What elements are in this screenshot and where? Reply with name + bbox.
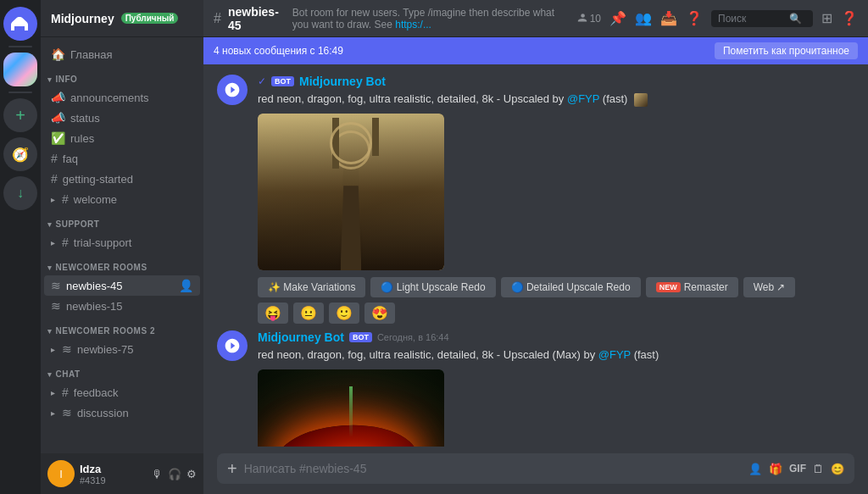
user-count-icon: 👤 [179, 279, 193, 292]
channel-announcements[interactable]: 📣 announcements [44, 87, 200, 108]
message-author-2: Midjourney Bot [258, 330, 344, 344]
reaction-3[interactable]: 🙂 [329, 303, 359, 324]
mark-read-button[interactable]: Пометить как прочитанное [715, 42, 858, 59]
mention-1: @FYP [567, 92, 599, 105]
section-support[interactable]: ▾ SUPPORT [41, 209, 203, 232]
notification-text: 4 новых сообщения с 16:49 [214, 45, 343, 57]
header-actions: 10 📌 👥 📥 ❓ 🔍 ⊞ ❓ [576, 10, 858, 27]
message-group-2: Midjourney Bot BOT Сегодня, в 16:44 red … [217, 330, 854, 447]
headset-icon[interactable]: 🎧 [168, 468, 181, 480]
main-content: # newbies-45 Bot room for new users. Typ… [203, 0, 868, 494]
reaction-2[interactable]: 😐 [293, 303, 324, 324]
hash-icon-3: # [62, 192, 69, 206]
user-avatar: I [47, 460, 75, 487]
section-newcomer-rooms[interactable]: ▾ NEWCOMER ROOMS [41, 253, 203, 275]
channel-rules[interactable]: ✅ rules [44, 128, 200, 148]
window-icon[interactable]: ⊞ [821, 10, 832, 26]
emoji-icon[interactable]: 😊 [831, 463, 844, 475]
settings-icon[interactable]: ⚙ [186, 468, 197, 480]
channel-label: newbies-15 [66, 300, 123, 313]
channel-hash-icon: # [214, 11, 221, 26]
hash-icon-8: # [62, 386, 69, 399]
hash-icon-9: ≋ [62, 406, 72, 419]
help2-icon[interactable]: ❓ [841, 10, 858, 26]
server-divider [8, 46, 32, 47]
web-button[interactable]: Web ↗ [743, 277, 796, 297]
light-upscale-button[interactable]: 🔵 Light Upscale Redo [370, 277, 495, 297]
message-content-2: Midjourney Bot BOT Сегодня, в 16:44 red … [258, 330, 854, 447]
channel-faq[interactable]: # faq [44, 148, 200, 169]
user-panel: I Idza #4319 🎙 🎧 ⚙ [41, 453, 203, 494]
section-label-3: NEWCOMER ROOMS [56, 263, 147, 272]
message-avatar-2 [217, 330, 248, 361]
mic-icon[interactable]: 🎙 [152, 468, 163, 480]
channel-label: trial-support [74, 236, 132, 249]
person-icon[interactable]: 👤 [748, 463, 762, 475]
server-name: Midjourney [51, 12, 114, 25]
help-icon[interactable]: ❓ [686, 10, 703, 26]
channel-label: discussion [77, 407, 129, 419]
make-variations-button[interactable]: ✨ Make Variations [258, 277, 365, 297]
section-info[interactable]: ▾ INFO [41, 64, 203, 87]
search-input[interactable] [718, 13, 786, 25]
section-arrow: ▾ [47, 75, 53, 84]
avatar-text: I [59, 468, 63, 480]
gift-icon[interactable]: 🎁 [769, 463, 782, 475]
dragon-image [258, 369, 444, 447]
bot-badge-2: BOT [349, 332, 372, 342]
gif-icon[interactable]: GIF [789, 463, 806, 475]
channel-newbies-45[interactable]: ≋ newbies-45 👤 [44, 275, 200, 296]
hash-icon: # [51, 152, 58, 165]
hash-icon-4: # [62, 236, 69, 249]
section-newcomer-rooms-2[interactable]: ▾ NEWCOMER ROOMS 2 [41, 316, 203, 339]
message-content-1: ✓ BOT Midjourney Bot red neon, dragon, f… [258, 75, 854, 324]
sticker-icon[interactable]: 🗒 [813, 463, 824, 475]
remaster-button[interactable]: NEW Remaster [646, 277, 738, 297]
reaction-1[interactable]: 😝 [258, 303, 288, 324]
thumb-icon [634, 93, 648, 107]
channel-welcome[interactable]: ▸ # welcome [44, 189, 200, 209]
server-icon-home[interactable] [3, 7, 37, 41]
channel-label: status [70, 112, 100, 125]
channel-newbies-75[interactable]: ▸ ≋ newbies-75 [44, 339, 200, 359]
channel-discussion[interactable]: ▸ ≋ discussion [44, 402, 200, 423]
channel-list: 🏠 Главная ▾ INFO 📣 announcements 📣 statu… [41, 37, 203, 453]
pin-icon[interactable]: 📌 [609, 10, 626, 26]
add-server-button[interactable]: + [3, 98, 37, 132]
megaphone-icon: 📣 [51, 91, 65, 104]
megaphone-icon-2: 📣 [51, 111, 65, 125]
message-input[interactable] [244, 453, 742, 484]
channel-header-link[interactable]: https:/... [395, 19, 431, 31]
channel-item-home[interactable]: 🏠 Главная [44, 44, 200, 64]
hash-icon-2: # [51, 172, 58, 186]
channel-header-desc: Bot room for new users. Type /imagine th… [292, 7, 570, 31]
channel-label: welcome [74, 193, 117, 206]
search-box[interactable]: 🔍 [711, 10, 813, 27]
server-divider-2 [8, 92, 32, 93]
message-input-box: + 👤 🎁 GIF 🗒 😊 [217, 453, 854, 484]
notification-bar: 4 новых сообщения с 16:49 Пометить как п… [203, 37, 868, 64]
add-attachment-icon[interactable]: + [227, 459, 237, 479]
message-header-2: Midjourney Bot BOT Сегодня, в 16:44 [258, 330, 854, 344]
channel-newbies-15[interactable]: ≋ newbies-15 [44, 296, 200, 316]
channel-status[interactable]: 📣 status [44, 108, 200, 128]
explore-button[interactable]: 🧭 [3, 137, 37, 171]
search-icon: 🔍 [789, 13, 802, 25]
server-icon-midjourney[interactable] [3, 53, 37, 86]
server-header[interactable]: Midjourney Публичный [41, 0, 203, 37]
castle-image-container [258, 114, 444, 270]
detailed-upscale-button[interactable]: 🔵 Detailed Upscale Redo [501, 277, 641, 297]
section-chat[interactable]: ▾ CHAT [41, 359, 203, 382]
channel-label: newbies-45 [66, 280, 123, 292]
download-button[interactable]: ↓ [3, 176, 37, 210]
messages-area: ✓ BOT Midjourney Bot red neon, dragon, f… [203, 64, 868, 447]
channel-getting-started[interactable]: # getting-started [44, 169, 200, 189]
inbox-icon[interactable]: 📥 [660, 10, 677, 26]
home-label: Главная [70, 48, 112, 61]
channel-feedback[interactable]: ▸ # feedback [44, 382, 200, 402]
members-icon[interactable]: 👥 [635, 10, 652, 26]
reaction-4[interactable]: 😍 [364, 303, 395, 324]
channel-trial-support[interactable]: ▸ # trial-support [44, 232, 200, 253]
channel-label: announcements [70, 92, 149, 104]
channel-label: faq [63, 153, 78, 165]
